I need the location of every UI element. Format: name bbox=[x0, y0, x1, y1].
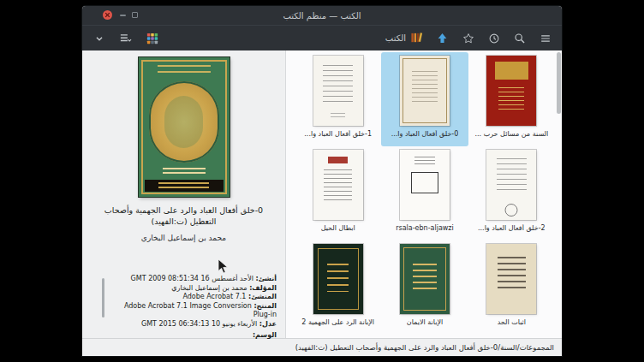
cover-art-medallion bbox=[149, 81, 219, 163]
book-cover-thumbnail[interactable] bbox=[313, 150, 363, 220]
cover-art-subtext bbox=[163, 168, 206, 175]
view-grid-icon[interactable] bbox=[146, 32, 158, 45]
book-item[interactable]: 2-خلق أفعال العباد وا... bbox=[468, 146, 555, 240]
grid-scrollbar[interactable] bbox=[557, 52, 561, 336]
bookshelf-icon bbox=[410, 32, 423, 45]
toolbar-left-group bbox=[92, 32, 158, 45]
metadata-label: المنتج: bbox=[253, 302, 277, 310]
book-title-caption: 2-خلق أفعال العباد وا... bbox=[478, 224, 546, 232]
metadata-row-producer: المنتج: Adobe Acrobat 7.1 Image Conversi… bbox=[106, 302, 277, 320]
grid-scrollbar-thumb[interactable] bbox=[557, 52, 561, 114]
book-cover-thumbnail[interactable] bbox=[486, 150, 536, 220]
main-content: 0-خلق أفعال العباد والرد على الجهمية وأص… bbox=[82, 50, 562, 338]
metadata-row-created: أنشئ: الأحد أغسطس 16 08:51:34 2009 GMT bbox=[106, 275, 277, 284]
book-item[interactable]: اثبات الحد bbox=[468, 240, 555, 335]
clock-icon[interactable] bbox=[487, 32, 500, 45]
metadata-row-creator: المنشئ: Adobe Acrobat 7.1 bbox=[106, 293, 277, 302]
titlebar[interactable]: الكتب — منظم الكتب bbox=[82, 6, 562, 25]
book-cover-thumbnail[interactable] bbox=[486, 56, 536, 126]
metadata-value: Adobe Acrobat 7.1 bbox=[182, 293, 246, 300]
toolbar: الكتب bbox=[82, 25, 562, 50]
book-title-caption: الإبانة الرد على الجهمية 2 bbox=[301, 318, 374, 326]
metadata-value: الأربعاء يونيو 10 06:34:13 2015 GMT bbox=[141, 320, 257, 328]
selected-book-title: 0-خلق أفعال العباد والرد على الجهمية وأص… bbox=[94, 205, 273, 228]
book-title-caption: ابطال الحيل bbox=[321, 224, 355, 232]
go-up-icon[interactable] bbox=[436, 32, 449, 45]
cover-art-bottom-band bbox=[145, 180, 224, 192]
screen: الكتب — منظم الكتب bbox=[0, 0, 644, 362]
metadata-label: عدل: bbox=[259, 320, 277, 328]
app-window: الكتب — منظم الكتب bbox=[82, 6, 562, 356]
book-title-caption: السنة من مسائل حرب ... bbox=[474, 130, 548, 138]
statusbar: المجموعات/السنة/0-خلق أفعال العباد والرد… bbox=[82, 338, 562, 356]
book-cover-thumbnail[interactable] bbox=[313, 244, 363, 314]
metadata-label: الوسم: bbox=[253, 331, 277, 339]
menu-icon[interactable] bbox=[539, 32, 552, 45]
selected-book-cover[interactable] bbox=[139, 57, 230, 197]
cover-art-title-text bbox=[158, 65, 211, 75]
selected-book-author: محمد بن إسماعيل البخاري bbox=[82, 234, 285, 242]
tab-books-label: الكتب bbox=[385, 33, 406, 43]
view-list-icon[interactable] bbox=[119, 32, 132, 45]
metadata-value: محمد بن إسماعيل البخاري bbox=[171, 284, 247, 292]
book-item[interactable]: rsala-ebn-aljawzi bbox=[381, 146, 468, 240]
book-title-caption: 1-خلق أفعال العباد وا... bbox=[304, 130, 372, 138]
book-cover-thumbnail[interactable] bbox=[400, 150, 450, 220]
book-cover-thumbnail[interactable] bbox=[400, 244, 450, 314]
metadata-value: الأحد أغسطس 16 08:51:34 2009 GMT bbox=[131, 275, 253, 282]
metadata-row-modified: عدل: الأربعاء يونيو 10 06:34:13 2015 GMT bbox=[106, 320, 277, 329]
metadata-scrollbar[interactable] bbox=[102, 278, 104, 317]
book-title-caption: الإبانة الايمان bbox=[407, 318, 443, 326]
book-item[interactable]: الإبانة الايمان bbox=[381, 240, 468, 335]
book-metadata: أنشئ: الأحد أغسطس 16 08:51:34 2009 GMT ا… bbox=[106, 275, 277, 341]
book-title-caption: اثبات الحد bbox=[498, 318, 526, 326]
metadata-row-tags: الوسم: bbox=[106, 331, 277, 341]
book-title-caption: rsala-ebn-aljawzi bbox=[396, 224, 454, 232]
mouse-cursor bbox=[218, 258, 229, 275]
books-grid: السنة من مسائل حرب ... 0-خلق أفعال العبا… bbox=[285, 50, 562, 338]
metadata-label: المؤلف: bbox=[249, 284, 277, 292]
chevron-down-icon[interactable] bbox=[92, 32, 105, 45]
book-title-caption: 0-خلق أفعال العباد وا... bbox=[391, 130, 459, 138]
book-cover-thumbnail[interactable] bbox=[313, 56, 363, 126]
book-item[interactable]: 1-خلق أفعال العباد وا... bbox=[295, 52, 381, 146]
book-item[interactable]: ابطال الحيل bbox=[295, 146, 381, 240]
search-icon[interactable] bbox=[513, 32, 526, 45]
book-item[interactable]: الإبانة الرد على الجهمية 2 bbox=[295, 240, 381, 335]
toolbar-right-group: الكتب bbox=[385, 32, 552, 45]
window-title: الكتب — منظم الكتب bbox=[82, 6, 562, 25]
book-cover-thumbnail[interactable] bbox=[400, 56, 450, 126]
star-icon[interactable] bbox=[462, 32, 474, 45]
book-item[interactable]: السنة من مسائل حرب ... bbox=[468, 52, 555, 146]
book-cover-thumbnail[interactable] bbox=[486, 244, 536, 314]
book-item-selected[interactable]: 0-خلق أفعال العباد وا... bbox=[381, 52, 468, 146]
metadata-label: أنشئ: bbox=[256, 275, 277, 282]
metadata-row-author: المؤلف: محمد بن إسماعيل البخاري bbox=[106, 284, 277, 294]
preview-pane: 0-خلق أفعال العباد والرد على الجهمية وأص… bbox=[82, 50, 285, 338]
metadata-label: المنشئ: bbox=[248, 293, 277, 300]
selected-book-path: المجموعات/السنة/0-خلق أفعال العباد والرد… bbox=[295, 343, 554, 352]
tab-books[interactable]: الكتب bbox=[385, 32, 423, 45]
